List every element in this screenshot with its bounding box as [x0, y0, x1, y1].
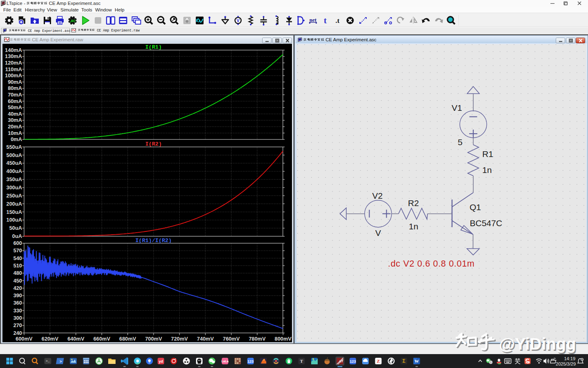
svg-text:300uA: 300uA: [7, 184, 22, 191]
svg-text:450: 450: [13, 278, 22, 284]
svg-text:450uA: 450uA: [7, 160, 22, 166]
svg-text:0mA: 0mA: [11, 136, 22, 142]
svg-text:480: 480: [13, 270, 22, 276]
svg-text:620mV: 620mV: [42, 336, 59, 342]
svg-text:200uA: 200uA: [7, 201, 22, 207]
svg-text:0uA: 0uA: [12, 233, 22, 239]
svg-text:600: 600: [13, 240, 22, 246]
svg-text:Q1: Q1: [470, 202, 481, 212]
svg-text:330: 330: [13, 307, 22, 314]
svg-text:$: $: [490, 361, 491, 364]
svg-text:R2: R2: [408, 198, 419, 208]
svg-text:50mA: 50mA: [8, 104, 22, 110]
svg-text:1n: 1n: [409, 222, 418, 231]
svg-text:1n: 1n: [482, 165, 492, 175]
svg-text:700mV: 700mV: [145, 336, 162, 342]
svg-text:5: 5: [458, 137, 463, 147]
svg-text:I(R1)/I(R2): I(R1)/I(R2): [135, 238, 172, 244]
svg-text:net: net: [310, 17, 317, 23]
svg-text:240: 240: [13, 330, 22, 336]
svg-text:BC547C: BC547C: [470, 218, 502, 228]
svg-text:500uA: 500uA: [7, 152, 22, 158]
svg-text:60mA: 60mA: [8, 98, 22, 104]
svg-text:.t: .t: [336, 17, 340, 25]
svg-text:80mA: 80mA: [8, 85, 22, 91]
svg-text:.ac: .ac: [70, 18, 76, 23]
svg-text:yd: yd: [159, 359, 163, 364]
svg-text:I(R2): I(R2): [145, 141, 162, 147]
svg-text:400uA: 400uA: [7, 168, 22, 174]
svg-text:t: t: [324, 15, 327, 25]
svg-text:50uA: 50uA: [9, 225, 22, 231]
svg-text:R1: R1: [482, 149, 493, 159]
svg-text:150uA: 150uA: [7, 209, 22, 215]
svg-text:40mA: 40mA: [8, 111, 22, 117]
svg-text:70mA: 70mA: [8, 92, 22, 98]
svg-text:Z: Z: [377, 359, 380, 364]
svg-text:100uA: 100uA: [7, 217, 22, 223]
svg-text:570: 570: [13, 247, 22, 254]
svg-text:680mV: 680mV: [119, 336, 136, 342]
svg-text:I(R1): I(R1): [145, 44, 162, 50]
svg-text:30mA: 30mA: [8, 117, 22, 123]
svg-text:800mV: 800mV: [275, 336, 292, 342]
svg-text:V2: V2: [372, 191, 383, 200]
svg-text:540: 540: [13, 255, 22, 261]
svg-text:V: V: [375, 228, 381, 238]
svg-text:LT: LT: [340, 359, 343, 363]
svg-text:130mA: 130mA: [5, 53, 22, 59]
svg-text:10mA: 10mA: [8, 130, 22, 136]
svg-text:T: T: [300, 359, 303, 364]
svg-text:110mA: 110mA: [5, 66, 22, 72]
svg-text:@YiDingg: @YiDingg: [499, 335, 576, 353]
svg-text:760mV: 760mV: [223, 336, 240, 342]
svg-text:LaLa: LaLa: [221, 359, 229, 363]
svg-text:14:19: 14:19: [564, 356, 575, 361]
svg-text:100mA: 100mA: [5, 72, 22, 79]
svg-text:>_: >_: [46, 359, 50, 363]
svg-text:300: 300: [13, 315, 22, 321]
svg-text:270: 270: [13, 322, 22, 328]
svg-text:123: 123: [247, 359, 254, 364]
svg-text:140mA: 140mA: [5, 47, 22, 53]
svg-text:20mA: 20mA: [8, 123, 22, 130]
svg-text:>: >: [60, 359, 62, 364]
svg-text:W: W: [414, 359, 419, 364]
svg-text:360: 360: [13, 300, 22, 306]
svg-text:720mV: 720mV: [171, 336, 188, 342]
svg-text:V: V: [236, 18, 240, 23]
svg-text:.dc V2 0.6 0.8 0.01m: .dc V2 0.6 0.8 0.01m: [388, 259, 474, 269]
svg-text:90mA: 90mA: [8, 79, 22, 85]
svg-text:250uA: 250uA: [7, 193, 22, 199]
svg-text:510: 510: [13, 263, 22, 269]
svg-text:V1: V1: [452, 103, 462, 112]
svg-text:Σ: Σ: [402, 358, 405, 364]
svg-text:660mV: 660mV: [94, 336, 111, 342]
svg-text:390: 390: [13, 292, 22, 298]
svg-text:123: 123: [350, 359, 356, 364]
svg-text:640mV: 640mV: [67, 336, 85, 342]
svg-text:550uA: 550uA: [7, 144, 22, 150]
svg-text:740mV: 740mV: [197, 336, 214, 342]
svg-text:600mV: 600mV: [16, 336, 33, 342]
svg-text:120mA: 120mA: [5, 60, 22, 66]
svg-text:2025/3/29: 2025/3/29: [556, 361, 576, 366]
svg-text:420: 420: [13, 285, 22, 291]
svg-text:350uA: 350uA: [7, 176, 22, 182]
svg-text:780mV: 780mV: [249, 336, 266, 342]
